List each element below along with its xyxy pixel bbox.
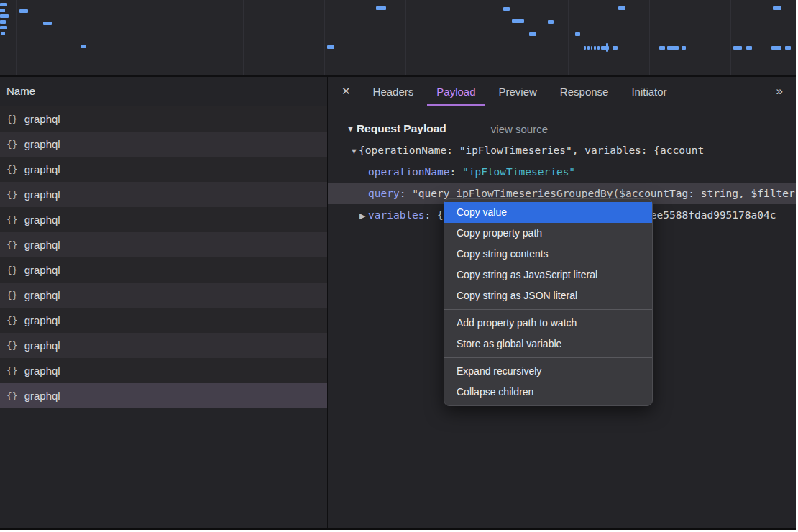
menu-item-copy-value[interactable]: Copy value [444,202,652,223]
request-timing-bar [376,6,386,10]
request-row[interactable]: {}graphql [0,257,327,283]
request-row[interactable]: {}graphql [0,182,327,207]
menu-item-expand-recursively[interactable]: Expand recursively [444,361,652,382]
request-row[interactable]: {}graphql [0,333,327,358]
detail-tabs: HeadersPayloadPreviewResponseInitiator [362,77,679,106]
json-braces-icon: {} [6,139,18,150]
request-timing-bar [512,19,524,23]
request-timing-bar [503,7,510,11]
json-braces-icon: {} [6,365,18,376]
tab-preview[interactable]: Preview [490,77,546,106]
request-name: graphql [24,264,60,276]
json-braces-icon: {} [6,214,18,225]
request-timing-bar [19,9,28,13]
json-braces-icon: {} [6,340,18,351]
tab-headers[interactable]: Headers [364,77,423,106]
request-timing-bar [667,46,679,50]
request-timing-bar [682,46,686,50]
disclosure-expanded-icon[interactable]: ▼ [350,140,359,161]
menu-item-store-as-global-variable[interactable]: Store as global variable [444,334,652,354]
request-name: graphql [24,314,60,326]
tab-payload[interactable]: Payload [427,77,485,106]
request-timing-bar [785,46,791,50]
request-row[interactable]: {}graphql [0,383,327,408]
request-name: graphql [24,289,60,301]
menu-item-copy-string-contents[interactable]: Copy string contents [444,244,652,265]
request-timing-bar [0,26,7,29]
detail-tabbar: ✕ HeadersPayloadPreviewResponseInitiator… [328,77,796,106]
json-braces-icon: {} [6,189,18,200]
view-source-link[interactable]: view source [491,123,548,135]
tree-row-operationname[interactable]: operationName: "ipFlowTimeseries" [328,161,796,183]
json-braces-icon: {} [6,239,18,250]
request-timing-bar [594,46,596,50]
request-name: graphql [24,364,60,377]
request-row[interactable]: {}graphql [0,106,327,132]
tree-text: : [450,166,462,178]
tree-row-root-preview[interactable]: ▼{operationName: "ipFlowTimeseries", var… [328,139,796,161]
json-braces-icon: {} [6,390,18,401]
request-name: graphql [24,214,60,226]
network-overview[interactable] [0,0,796,77]
close-icon[interactable]: ✕ [328,77,362,106]
status-bar-divider [0,490,796,490]
request-timing-bar [0,14,9,18]
requests-panel: Name {}graphql{}graphql{}graphql{}graphq… [0,77,328,528]
property-key: variables [368,209,425,221]
more-tabs-icon[interactable]: » [763,77,796,106]
menu-item-collapse-children[interactable]: Collapse children [444,382,652,403]
request-row[interactable]: {}graphql [0,157,327,182]
string-value: "ipFlowTimeseries" [462,166,575,178]
request-row[interactable]: {}graphql [0,232,327,257]
request-payload-section-header: ▼ Request Payload view source [328,118,796,139]
json-braces-icon: {} [6,164,18,175]
json-braces-icon: {} [6,114,18,124]
menu-item-copy-property-path[interactable]: Copy property path [444,223,652,244]
json-braces-icon: {} [6,265,18,275]
request-timing-bar [81,45,86,48]
tree-text: "query ipFlowTimeseriesGroupedBy($accoun… [412,188,796,199]
request-timing-bar [548,20,554,24]
request-timing-bar [1,32,5,35]
request-timing-bar [0,20,6,24]
json-braces-icon: {} [6,315,18,326]
request-row[interactable]: {}graphql [0,283,327,308]
section-disclosure-icon[interactable]: ▼ [347,124,354,133]
request-timing-bar [606,43,608,52]
request-timing-bar [597,46,600,50]
request-timing-bar [43,22,52,25]
property-key: operationName [368,166,450,178]
request-name: graphql [24,138,60,150]
menu-item-copy-string-as-javascript-literal[interactable]: Copy string as JavaScript literal [444,265,652,285]
request-timing-bar [529,32,536,36]
name-column-header[interactable]: Name [0,77,327,106]
tab-response[interactable]: Response [551,77,618,106]
request-timing-bar [613,46,618,50]
request-list: {}graphql{}graphql{}graphql{}graphql{}gr… [0,106,327,408]
request-timing-bar [591,46,592,50]
request-timing-bar [327,45,334,49]
request-row[interactable]: {}graphql [0,132,327,157]
network-main-split: Name {}graphql{}graphql{}graphql{}graphq… [0,77,796,528]
request-timing-bar [659,46,665,50]
overview-divider [0,63,796,63]
tree-text: : [400,188,412,199]
request-timing-bar [618,6,625,10]
request-name: graphql [24,113,60,125]
tree-text: {operationName: "ipFlowTimeseries", vari… [359,145,704,156]
request-timing-bar [746,46,752,50]
request-name: graphql [24,339,60,352]
request-row[interactable]: {}graphql [0,308,327,333]
request-name: graphql [24,188,60,201]
menu-item-add-property-path-to-watch[interactable]: Add property path to watch [444,313,652,334]
request-timing-bar [584,46,586,50]
disclosure-collapsed-icon[interactable]: ▶ [359,205,368,226]
request-row[interactable]: {}graphql [0,358,327,383]
menu-item-copy-string-as-json-literal[interactable]: Copy string as JSON literal [444,285,652,306]
tab-initiator[interactable]: Initiator [622,77,676,106]
menu-separator [444,357,652,358]
request-row[interactable]: {}graphql [0,207,327,232]
devtools-network-panel: Name {}graphql{}graphql{}graphql{}graphq… [0,0,796,530]
request-timing-bar [0,9,5,12]
context-menu: Copy valueCopy property pathCopy string … [444,198,653,406]
